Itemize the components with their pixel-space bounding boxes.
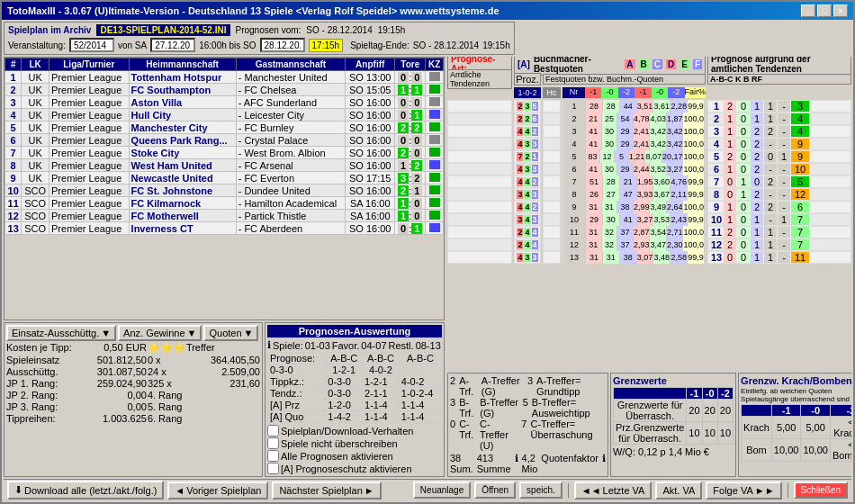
table-row-gast: - Hamilton Academical [236, 197, 346, 210]
c-trf-label: C-Trf. [459, 418, 476, 451]
letzte-va-button[interactable]: ◄◄ Letzte VA [574, 482, 652, 500]
spieleinsatz-x: 0 x [148, 355, 185, 365]
table-row-nr: 7 [5, 147, 22, 159]
nicht-ueberschreiben-label[interactable]: Spiele nicht überschreiben [267, 437, 442, 449]
window-controls: _ □ × [801, 4, 848, 17]
next-icon: ► [364, 485, 374, 496]
schliessen-button[interactable]: Schließen [794, 482, 848, 499]
table-row-lk: UK [22, 134, 50, 147]
alle-prognosen-cb[interactable] [267, 450, 279, 462]
quotenfaktor-label: Quotenfaktor [541, 453, 598, 474]
download-button[interactable]: ⬇ Download alle (letzt./akt./folg.) [7, 481, 164, 500]
jp1-label: JP 1. Rang: [6, 378, 72, 389]
wq-mio: 1,4 Mio € [669, 446, 709, 457]
b-trf-count: 3 [450, 397, 455, 418]
grenz-r1-label: Grenzwerte für Überrasch. [613, 400, 686, 422]
krach-bomben-box: Grenzw. Krach/Bomben Einlliefg. ab welch… [738, 373, 851, 477]
krach-r1-v3: < Kracher [830, 417, 851, 439]
prog-val1: 0-3-0 [268, 364, 326, 376]
table-row-liga: Premier League [50, 122, 130, 134]
spieleinsatz-val2: 364.405,50 [186, 355, 260, 365]
spielplan-download-label[interactable]: Spielplan/Download-Verhalten [267, 425, 442, 436]
minimize-button[interactable]: _ [801, 4, 815, 17]
hc-label: Hc [543, 87, 561, 98]
tippkz-val1: 0-3-0 [326, 376, 363, 388]
akt-va-button[interactable]: Akt. VA [655, 482, 702, 500]
naechster-label: Nächster Spielplan [279, 485, 362, 496]
prog-right-cell: 12011-3 [707, 100, 851, 112]
grenz-r1-v1: 20 [687, 400, 702, 422]
close-button[interactable]: × [833, 4, 848, 17]
neuanlage-button[interactable]: Neuanlage [413, 482, 471, 499]
von-date-input[interactable] [150, 38, 195, 52]
c-val: 7 [521, 418, 526, 451]
mio-label: 4,2 Mio [522, 453, 538, 474]
tend-cell: 721 [514, 150, 541, 163]
tippkz-label: Tippkz.: [268, 376, 326, 388]
num-m0a: -0 [601, 87, 617, 98]
table-row-gast: - FC Everton [236, 172, 346, 184]
right-data-row: 343102930413,273,532,4399,910101-17 [447, 213, 851, 226]
prognoseschutz-label[interactable]: [A] Prognoseschutz aktivieren [267, 463, 442, 474]
kosten-val: 0,50 EUR [73, 342, 147, 354]
prog-ausw-title: Prognosen-Auswertung [267, 325, 442, 338]
folge-va-button[interactable]: Folge VA ►► [706, 482, 781, 500]
veranstaltung-input[interactable] [69, 38, 114, 52]
aquo-val2: 1-1-4 [363, 411, 400, 423]
prognoseschutz-cb[interactable] [267, 463, 279, 474]
tippkz-val2: 1-2-1 [363, 376, 400, 388]
num-m1b: -1 [634, 87, 651, 98]
einsatz-dropdown[interactable]: Einsatz-Ausschüttg. ▼ [6, 325, 116, 341]
quoten-dropdown[interactable]: Quoten ▼ [203, 325, 258, 341]
kosten-label: Kosten je Tipp: [6, 342, 72, 354]
jp1-val: 259.024,90 [73, 378, 147, 389]
table-row-tore: 2:1 [395, 184, 426, 197]
info-icon3: ℹ [602, 453, 606, 474]
hc-cell [543, 238, 561, 251]
table-row-liga: Premier League [50, 159, 130, 172]
prev-icon: ◄ [175, 485, 184, 496]
voriger-button[interactable]: ◄ Voriger Spielplan [167, 482, 268, 500]
table-row-anpfiff: SO 13:00 [346, 71, 395, 84]
naechster-button[interactable]: Nächster Spielplan ► [272, 482, 381, 500]
table-row-kz [426, 197, 444, 210]
spieltag-ende: SO - 28.12.2014 [413, 40, 479, 50]
matches-table: # LK Liga/Turnier Heimmannschaft Gastman… [4, 58, 444, 235]
table-row-kz [426, 184, 444, 197]
table-row-nr: 1 [5, 71, 22, 84]
num-m2a: -2 [618, 87, 634, 98]
maximize-button[interactable]: □ [817, 4, 832, 17]
abc-label3: A-B-C [399, 353, 441, 364]
anz-gewinne-dropdown[interactable]: Anz. Gewinne ▼ [118, 325, 202, 341]
anz-gewinne-label: Anz. Gewinne [123, 328, 184, 338]
oeffnen-button[interactable]: Öffnen [474, 482, 516, 499]
table-row-heim: FC Motherwell [129, 210, 236, 222]
grenz-h1 [613, 388, 686, 400]
buchm-E: E [680, 59, 689, 69]
table-row-liga: Premier League [50, 197, 130, 210]
grenzwerte-table: -1 -0 -2 Grenzwerte für Überrasch. 20 20… [613, 387, 734, 445]
krach-h3: -0 [801, 405, 831, 417]
speich-button[interactable]: speich. [519, 482, 562, 499]
nicht-ueberschreiben-cb[interactable] [267, 437, 279, 449]
hc-cell [543, 226, 561, 238]
spielplan-download-cb[interactable] [267, 425, 279, 436]
letzte-icon: ◄◄ [581, 485, 601, 496]
table-row-nr: 12 [5, 210, 22, 222]
info-icon2: ℹ [515, 453, 518, 474]
prognosen-von-label: Prognosen vom: [236, 25, 302, 35]
festquoten-label: Festquoten bzw. Buchm.-Quoten [545, 75, 663, 84]
table-row-heim: FC Southampton [129, 84, 236, 96]
num-nr: Nr [562, 87, 585, 98]
krach-r2-v1: 10,00 [771, 439, 801, 462]
rang6-label: 6. Rang [148, 413, 185, 424]
num-m2b: -2 [668, 87, 684, 98]
table-row-kz [426, 96, 444, 109]
amtliche-cell [447, 238, 512, 251]
bis-date-input[interactable] [260, 38, 305, 52]
abc-label1: A-B-C [326, 353, 363, 364]
alle-prognosen-label[interactable]: Alle Prognosen aktivieren [267, 450, 442, 462]
main-window: TotoMaxIII - 3.0.67 (U)ltimate-Version -… [0, 0, 855, 504]
anz-dropdown-arrow: ▼ [187, 328, 197, 338]
prog-right-cell: 21011-4 [707, 112, 851, 125]
